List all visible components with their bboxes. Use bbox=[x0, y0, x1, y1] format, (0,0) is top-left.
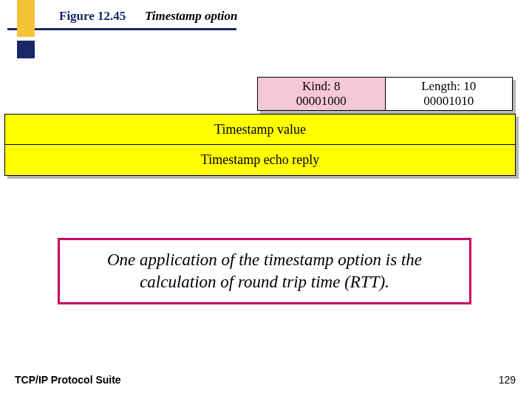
length-label: Length: 10 bbox=[421, 79, 476, 94]
slide-header: Figure 12.45 Timestamp option bbox=[0, 0, 532, 52]
timestamp-value-row: Timestamp value bbox=[4, 114, 516, 145]
length-cell: Length: 10 00001010 bbox=[386, 77, 514, 111]
length-bits: 00001010 bbox=[423, 94, 474, 109]
timestamp-echo-row: Timestamp echo reply bbox=[4, 145, 516, 176]
page-number: 129 bbox=[499, 374, 516, 386]
footer-title: TCP/IP Protocol Suite bbox=[15, 374, 121, 386]
figure-number: Figure 12.45 bbox=[59, 9, 126, 24]
header-rule bbox=[7, 28, 236, 30]
callout-box: One application of the timestamp option … bbox=[58, 238, 471, 304]
figure-title: Timestamp option bbox=[145, 9, 237, 24]
kind-label: Kind: 8 bbox=[302, 79, 340, 94]
option-header-row: Kind: 8 00001000 Length: 10 00001010 bbox=[257, 77, 516, 114]
option-diagram: Kind: 8 00001000 Length: 10 00001010 Tim… bbox=[4, 77, 528, 176]
option-body-rows: Timestamp value Timestamp echo reply bbox=[4, 114, 519, 176]
accent-bar bbox=[17, 0, 35, 37]
kind-bits: 00001000 bbox=[296, 94, 347, 109]
kind-cell: Kind: 8 00001000 bbox=[257, 77, 386, 111]
accent-square bbox=[17, 41, 35, 58]
